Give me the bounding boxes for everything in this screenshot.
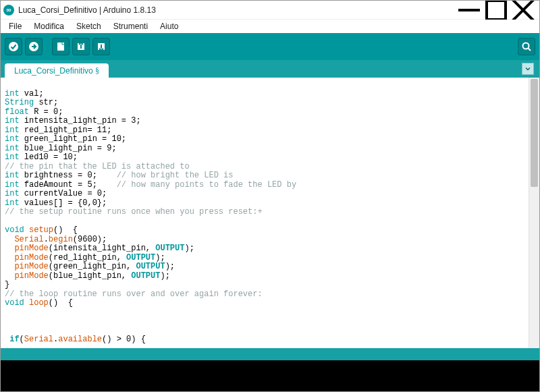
verify-button[interactable] — [5, 38, 22, 55]
status-bar — [1, 348, 539, 360]
app-icon: ∞ — [3, 5, 14, 16]
tab-active[interactable]: Luca_Corsi_Definitivo § — [5, 63, 109, 78]
close-button[interactable] — [510, 1, 537, 19]
menu-sketch[interactable]: Sketch — [71, 20, 107, 32]
maximize-button[interactable] — [483, 1, 510, 19]
save-button[interactable] — [92, 38, 110, 55]
menu-tools[interactable]: Strumenti — [108, 20, 153, 32]
svg-point-4 — [9, 42, 18, 51]
upload-button[interactable] — [25, 38, 43, 55]
console-output[interactable] — [1, 360, 539, 391]
toolbar — [1, 33, 539, 60]
tab-dirty-marker: § — [95, 66, 99, 76]
editor-area: int val;String str;float R = 0;int inten… — [1, 78, 539, 348]
tabbar: Luca_Corsi_Definitivo § — [1, 60, 539, 78]
code-editor[interactable]: int val;String str;float R = 0;int inten… — [1, 78, 529, 348]
window-controls — [456, 1, 537, 19]
scrollbar-thumb[interactable] — [531, 79, 538, 187]
tab-label: Luca_Corsi_Definitivo — [14, 66, 93, 76]
minimize-button[interactable] — [456, 1, 483, 19]
vertical-scrollbar[interactable] — [529, 78, 539, 348]
menubar: File Modifica Sketch Strumenti Aiuto — [1, 20, 539, 33]
window-title: Luca_Corsi_Definitivo | Arduino 1.8.13 — [18, 5, 456, 15]
serial-monitor-button[interactable] — [518, 38, 535, 55]
svg-rect-6 — [57, 43, 64, 51]
open-button[interactable] — [72, 38, 90, 55]
svg-line-10 — [529, 49, 531, 51]
menu-file[interactable]: File — [3, 20, 27, 32]
new-button[interactable] — [52, 38, 70, 55]
titlebar: ∞ Luca_Corsi_Definitivo | Arduino 1.8.13 — [1, 1, 539, 20]
svg-point-9 — [523, 43, 529, 49]
tab-menu-button[interactable] — [522, 63, 534, 75]
menu-edit[interactable]: Modifica — [28, 20, 70, 32]
menu-help[interactable]: Aiuto — [155, 20, 184, 32]
svg-rect-1 — [487, 1, 506, 20]
